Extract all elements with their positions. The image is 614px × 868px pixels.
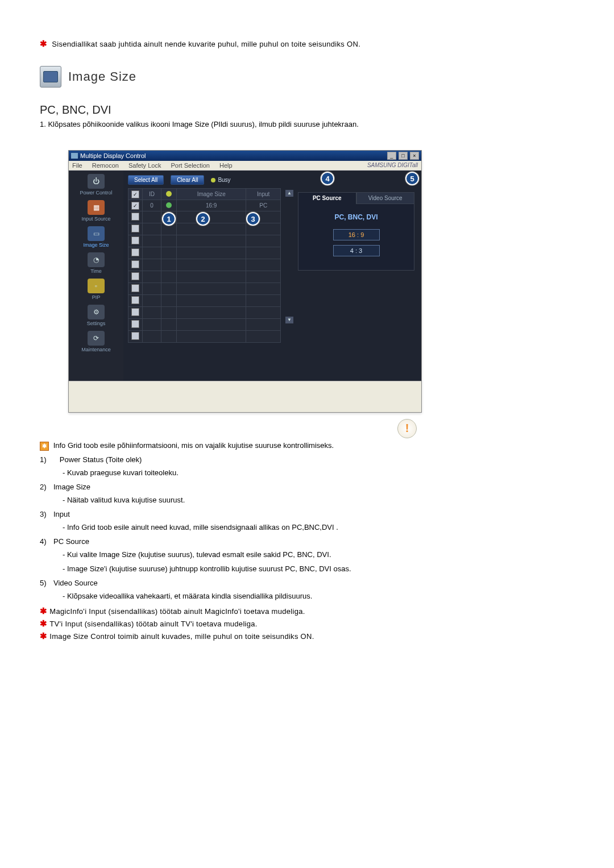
col-input: Input [246,189,281,200]
app-footer: ! [69,381,421,412]
section-heading: Image Size [40,66,574,88]
window-controls: _ □ × [387,152,419,160]
busy-dot-icon [211,178,215,182]
menu-safety-lock[interactable]: Safety Lock [128,162,161,169]
subheading: PC, BNC, DVI [40,103,574,117]
def-line: - Kuvab praeguse kuvari toiteoleku. [63,468,574,477]
maximize-button[interactable]: □ [399,152,408,160]
star-icon: ✱ [40,39,47,48]
status-dot-icon [166,202,172,208]
sidebar-item-power-control[interactable]: ⏻ Power Control [69,174,123,196]
def-title: PC Source [53,537,89,546]
def-line: - Näitab valitud kuva kujutise suurust. [63,496,574,504]
table-row[interactable] [128,235,281,247]
table-row[interactable] [128,307,281,319]
table-row[interactable] [128,295,281,307]
def-num: 5) [40,579,53,587]
minimize-button[interactable]: _ [387,152,396,160]
app-icon [71,153,78,159]
header-checkbox[interactable] [131,190,139,198]
sidebar-item-maintenance[interactable]: ⟳ Maintenance [69,331,123,352]
star-icon: ✱ [40,631,47,641]
table-row[interactable] [128,319,281,331]
menu-file[interactable]: File [72,162,82,169]
sidebar-item-label: Input Source [69,216,123,222]
sidebar-item-label: Image Size [69,242,123,248]
table-row[interactable] [128,259,281,271]
row-checkbox[interactable] [131,202,139,210]
row-checkbox[interactable] [131,236,139,244]
footnote-text: MagicInfo'i Input (sisendallikas) töötab… [49,607,305,616]
sidebar-item-label: PIP [69,294,123,300]
footnote-text: Image Size Control toimib ainult kuvades… [49,632,314,641]
col-status-icon [161,189,177,200]
scroll-down-icon[interactable]: ▼ [285,317,293,323]
power-icon: ⏻ [88,174,105,189]
scroll-up-icon[interactable]: ▲ [285,190,293,197]
row-checkbox[interactable] [131,332,139,340]
busy-indicator: Busy [211,177,230,183]
col-image-size: Image Size [177,189,246,200]
section-title: Image Size [68,69,136,84]
menu-port-selection[interactable]: Port Selection [171,162,209,169]
tab-pc-source[interactable]: PC Source [298,192,356,204]
brand-label: SAMSUNG DIGITall [367,162,418,169]
select-all-button[interactable]: Select All [128,175,164,185]
ratio-4-3-button[interactable]: 4 : 3 [333,245,380,256]
def-title: Image Size [53,483,90,491]
menu-remocon[interactable]: Remocon [92,162,119,169]
info-grid-text: Info Grid toob esile põhiinformatsiooni,… [53,441,334,450]
row-checkbox[interactable] [131,248,139,256]
row-checkbox[interactable] [131,213,139,221]
info-grid: ID Image Size Input 0 16:9 PC [128,188,281,343]
row-checkbox[interactable] [131,296,139,304]
definitions-list: 1) Power Status (Toite olek) - Kuvab pra… [40,455,574,600]
callout-1: 1 [162,212,176,226]
row-checkbox[interactable] [131,308,139,316]
intro-line: 1. Klõpsates põhiikoonide valikus ikooni… [40,120,574,128]
sidebar-item-input-source[interactable]: ▦ Input Source [69,200,123,222]
sidebar-item-image-size[interactable]: ▭ Image Size [69,226,123,248]
image-size-sidebar-icon: ▭ [88,226,105,241]
window-titlebar: Multiple Display Control _ □ × [69,151,421,161]
window-title: Multiple Display Control [80,152,146,159]
tab-video-source[interactable]: Video Source [356,192,415,204]
row-checkbox[interactable] [131,260,139,268]
def-title: Input [53,510,70,518]
right-panel: 4 5 PC Source Video Source PC, BNC, DVI … [293,175,419,381]
footnotes: ✱MagicInfo'i Input (sisendallikas) tööta… [40,606,574,641]
time-icon: ◔ [88,252,105,267]
clear-all-button[interactable]: Clear All [171,175,204,185]
sidebar-item-label: Time [69,268,123,274]
pip-icon: ▫ [88,279,105,293]
menu-help[interactable]: Help [219,162,233,169]
table-row[interactable]: 0 16:9 PC [128,200,281,211]
ratio-16-9-button[interactable]: 16 : 9 [333,229,380,240]
footnote-text: TV'i Input (sisendallikas) töötab ainult… [49,620,257,628]
info-icon: ✱ [40,442,49,451]
sidebar-item-settings[interactable]: ⚙ Settings [69,305,123,326]
grid-scrollbar[interactable]: ▲ ▼ [285,175,293,323]
table-row[interactable] [128,331,281,343]
close-button[interactable]: × [410,152,419,160]
menubar: File Remocon Safety Lock Port Selection … [69,161,421,171]
table-row[interactable] [128,271,281,283]
sidebar-item-pip[interactable]: ▫ PIP [69,279,123,300]
callout-3: 3 [246,212,260,226]
def-line: - Image Size'i (kujutise suuruse) juhtnu… [63,564,574,573]
row-checkbox[interactable] [131,272,139,280]
table-row[interactable] [128,283,281,295]
sidebar-item-time[interactable]: ◔ Time [69,252,123,274]
row-checkbox[interactable] [131,284,139,292]
image-size-icon [40,66,61,88]
row-checkbox[interactable] [131,320,139,328]
table-row[interactable] [128,247,281,259]
input-icon: ▦ [88,200,105,215]
warning-icon: ! [397,419,417,438]
col-id: ID [143,189,161,200]
row-checkbox[interactable] [131,225,139,232]
settings-icon: ⚙ [88,305,105,319]
star-icon: ✱ [40,618,47,628]
cell-input: PC [246,200,281,211]
sidebar-item-label: Settings [69,321,123,326]
